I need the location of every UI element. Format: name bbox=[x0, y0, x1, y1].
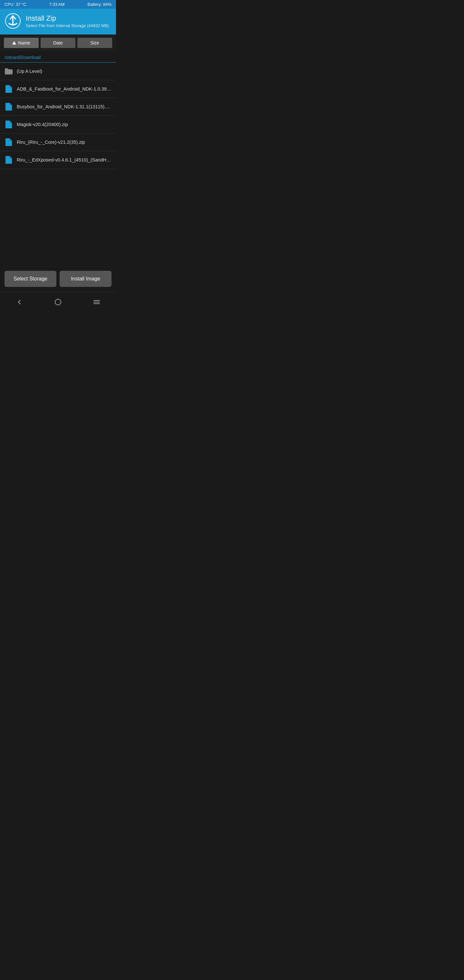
folder-icon bbox=[5, 67, 13, 75]
home-nav-button[interactable] bbox=[48, 296, 68, 308]
file-name: (Up A Level) bbox=[17, 68, 111, 74]
list-item[interactable]: ADB_&_Fastboot_for_Android_NDK-1.0.39(10… bbox=[0, 80, 116, 98]
header-title: Install Zip bbox=[26, 14, 109, 22]
sort-size-label: Size bbox=[90, 40, 99, 45]
current-path: /sdcard/Download bbox=[5, 55, 41, 60]
file-name: Magisk-v20.4(20400).zip bbox=[17, 122, 111, 127]
file-name: Busybox_for_Android_NDK-1.31.1(13115).zi… bbox=[17, 104, 111, 109]
list-item[interactable]: (Up A Level) bbox=[0, 62, 116, 80]
sort-by-name-button[interactable]: Name bbox=[4, 38, 39, 48]
list-item[interactable]: Riru_-_EdXposed-v0.4.6.1_(4510)_(SandHoo… bbox=[0, 151, 116, 169]
file-name: Riru_(Riru_-_Core)-v21.2(35).zip bbox=[17, 140, 111, 145]
sort-by-size-button[interactable]: Size bbox=[77, 38, 112, 48]
list-item[interactable]: Busybox_for_Android_NDK-1.31.1(13115).zi… bbox=[0, 98, 116, 116]
path-bar: /sdcard/Download bbox=[0, 51, 116, 62]
sort-triangle-icon bbox=[12, 41, 16, 45]
menu-nav-button[interactable] bbox=[86, 296, 107, 308]
sort-bar: Name Date Size bbox=[0, 35, 116, 51]
back-nav-button[interactable] bbox=[9, 296, 30, 308]
sort-by-date-button[interactable]: Date bbox=[41, 38, 75, 48]
file-list: (Up A Level) ADB_&_Fastboot_for_Android_… bbox=[0, 62, 116, 169]
header-subtitle: Select File from Internal Storage (44932… bbox=[26, 23, 109, 28]
zip-file-icon bbox=[5, 85, 13, 93]
svg-point-2 bbox=[55, 299, 61, 305]
menu-icon bbox=[93, 298, 100, 306]
status-bar: CPU: 37 °C 7:33 AM Battery: 84% bbox=[0, 0, 116, 9]
zip-file-icon bbox=[5, 120, 13, 129]
home-icon bbox=[54, 298, 62, 306]
bottom-buttons: Select Storage Install Image bbox=[0, 266, 116, 292]
select-storage-button[interactable]: Select Storage bbox=[5, 271, 56, 287]
empty-area bbox=[0, 169, 116, 266]
sort-name-label: Name bbox=[18, 40, 30, 45]
sort-date-label: Date bbox=[53, 40, 63, 45]
cpu-status: CPU: 37 °C bbox=[5, 2, 26, 7]
time-status: 7:33 AM bbox=[49, 2, 65, 7]
back-icon bbox=[16, 298, 23, 306]
battery-status: Battery: 84% bbox=[87, 2, 111, 7]
list-item[interactable]: Magisk-v20.4(20400).zip bbox=[0, 116, 116, 134]
app-logo bbox=[5, 13, 21, 29]
zip-file-icon bbox=[5, 156, 13, 164]
zip-file-icon bbox=[5, 102, 13, 111]
zip-file-icon bbox=[5, 138, 13, 146]
header-text: Install Zip Select File from Internal St… bbox=[26, 14, 109, 28]
list-item[interactable]: Riru_(Riru_-_Core)-v21.2(35).zip bbox=[0, 134, 116, 151]
nav-bar bbox=[0, 292, 116, 312]
file-name: Riru_-_EdXposed-v0.4.6.1_(4510)_(SandHoo… bbox=[17, 158, 111, 162]
install-image-button[interactable]: Install Image bbox=[60, 271, 111, 287]
header: Install Zip Select File from Internal St… bbox=[0, 9, 116, 35]
file-name: ADB_&_Fastboot_for_Android_NDK-1.0.39(10… bbox=[17, 86, 111, 92]
